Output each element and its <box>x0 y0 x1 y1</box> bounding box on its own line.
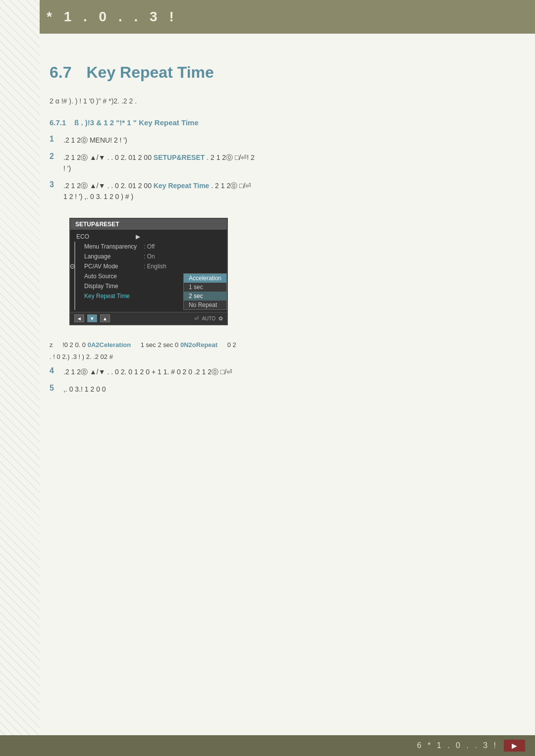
section-header: 6.7 Key Repeat Time <box>50 49 505 86</box>
section-number: 6.7 <box>50 63 71 82</box>
ctrl-enter-icon: ⏎ <box>194 315 199 322</box>
menu-controls: ◄ ▼ ▲ ⏎ AUTO ✿ <box>70 312 227 324</box>
step-1: 1 .2 1 2⓪ MENU! 2 ! ') <box>50 135 505 146</box>
step-3-number: 3 <box>50 180 63 189</box>
footer-accent: ▶ <box>504 740 525 752</box>
step-5: 5 ,. 0 3.! 1 2 0 0 <box>50 384 505 395</box>
step-2: 2 .2 1 2⓪ ▲/▼ . . 0 2. 01 2 00 SETUP&RES… <box>50 152 505 174</box>
step-4: 4 .2 1 2⓪ ▲/▼ . . 0 2. 0 1 2 0 + 1 1. # … <box>50 366 505 377</box>
step-2-text: .2 1 2⓪ ▲/▼ . . 0 2. 01 2 00 SETUP&RESET… <box>63 152 505 174</box>
step-2-highlight: SETUP&RESET <box>154 153 205 161</box>
options-row: z !0 2 0. 0 0A2Celeration 1 sec 2 sec 0 … <box>50 339 505 362</box>
gear-icon: ⚙ <box>69 262 76 270</box>
intro-text: 2 α !# ). ) ! 1 '0 )" # *)2. .2 2 . <box>50 96 505 106</box>
ctrl-down[interactable]: ▼ <box>87 314 97 322</box>
menu-item-language-value: : On <box>144 253 155 260</box>
header-title: * 1 . 0 . . 3 ! <box>47 9 178 25</box>
step-2-number: 2 <box>50 152 63 161</box>
ctrl-left[interactable]: ◄ <box>74 314 84 322</box>
menu-item-displaytime: Display Time <box>78 281 183 291</box>
opt-values: !0 2 0. 0 0A2Celeration 1 sec 2 sec 0 0N… <box>62 341 236 349</box>
menu-screenshot: SETUP&RESET ECO ▶ Menu Transparency : Of… <box>69 218 228 325</box>
step-1-text: .2 1 2⓪ MENU! 2 ! ') <box>63 135 505 146</box>
menu-item-transparency-value: : Off <box>144 243 155 250</box>
step-1-number: 1 <box>50 135 63 144</box>
ctrl-settings-icon: ✿ <box>218 315 223 322</box>
step-5-text: ,. 0 3.! 1 2 0 0 <box>63 384 505 395</box>
menu-items: ECO ▶ Menu Transparency : Off Language :… <box>70 230 227 312</box>
main-content: 6.7 Key Repeat Time 2 α !# ). ) ! 1 '0 )… <box>0 34 535 430</box>
footer-bar: 6 * 1 . 0 . . 3 ! ▶ <box>0 735 535 756</box>
step-4-number: 4 <box>50 366 63 375</box>
menu-item-keyrepeat: Key Repeat Time <box>78 291 183 301</box>
opt-sub-text: . ! 0 2.) .3 ! ) 2. .2 02 # <box>50 353 113 360</box>
step-3: 3 .2 1 2⓪ ▲/▼ . . 0 2. 01 2 00 Key Repea… <box>50 180 505 202</box>
top-bar: * 1 . 0 . . 3 ! <box>0 0 535 34</box>
footer-text: 6 * 1 . 0 . . 3 ! <box>417 741 498 750</box>
submenu-1sec: 1 sec <box>184 283 226 292</box>
step-5-number: 5 <box>50 384 63 393</box>
menu-item-autosource-label: Auto Source <box>84 273 144 280</box>
menu-title: SETUP&RESET <box>70 219 227 230</box>
submenu-2sec: 2 sec <box>184 292 226 301</box>
step-3-text: .2 1 2⓪ ▲/▼ . . 0 2. 01 2 00 Key Repeat … <box>63 180 505 202</box>
menu-item-autosource: Auto Source <box>78 271 183 281</box>
ctrl-up[interactable]: ▲ <box>100 314 110 322</box>
step-3-highlight: Key Repeat Time <box>154 182 210 190</box>
menu-item-language: Language : On <box>78 252 227 261</box>
menu-item-pcav-label: PC/AV Mode <box>84 263 144 270</box>
menu-item-eco-arrow: ▶ <box>136 233 140 240</box>
menu-item-pcav: ⚙ PC/AV Mode : English <box>78 261 227 271</box>
menu-item-eco-label: ECO <box>76 233 136 240</box>
menu-item-displaytime-label: Display Time <box>84 283 144 290</box>
menu-item-transparency-label: Menu Transparency <box>84 243 144 250</box>
menu-item-transparency: Menu Transparency : Off <box>78 242 227 252</box>
submenu: Acceleration 1 sec 2 sec No Repeat <box>183 273 227 310</box>
submenu-acceleration: Acceleration <box>184 274 226 283</box>
subsection-text: ß . )!3 & 1 2 "!* 1 " Key Repeat Time <box>74 118 199 127</box>
ctrl-auto-label: AUTO <box>202 316 215 321</box>
section-title: Key Repeat Time <box>86 63 214 82</box>
step-4-text: .2 1 2⓪ ▲/▼ . . 0 2. 0 1 2 0 + 1 1. # 0 … <box>63 366 505 377</box>
opt-z-label: z <box>50 341 53 349</box>
subsection-header: 6.7.1 ß . )!3 & 1 2 "!* 1 " Key Repeat T… <box>50 118 505 127</box>
menu-box: SETUP&RESET ECO ▶ Menu Transparency : Of… <box>69 218 228 325</box>
opt-norepeat: 0N2oRepeat <box>180 341 217 349</box>
menu-item-eco: ECO ▶ <box>70 232 227 242</box>
submenu-norepeat: No Repeat <box>184 301 226 309</box>
menu-item-pcav-value: : English <box>144 263 166 270</box>
menu-item-keyrepeat-label: Key Repeat Time <box>84 293 144 300</box>
menu-item-language-label: Language <box>84 253 144 260</box>
opt-acceleration: 0A2Celeration <box>88 341 131 349</box>
subsection-number: 6.7.1 <box>50 118 66 127</box>
